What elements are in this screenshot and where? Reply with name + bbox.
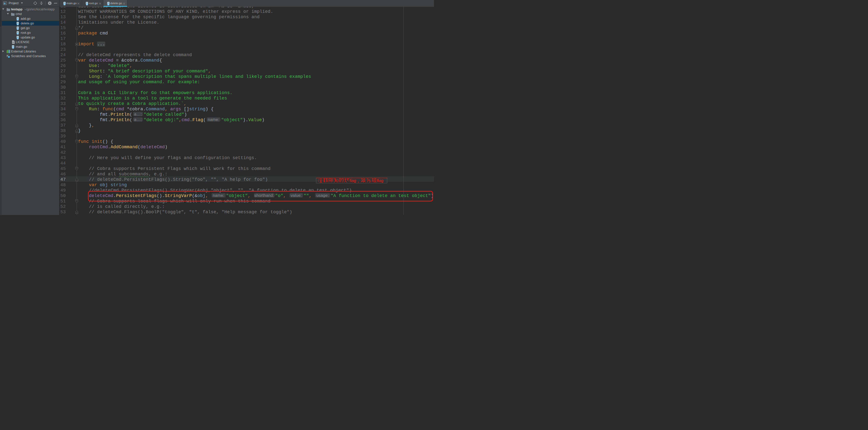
svg-text:flag: flag xyxy=(349,178,356,183)
svg-text:flag: flag xyxy=(377,178,383,183)
